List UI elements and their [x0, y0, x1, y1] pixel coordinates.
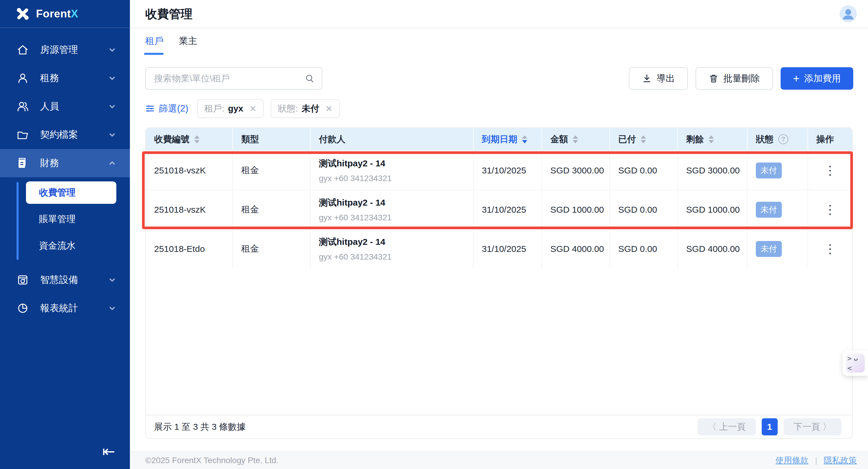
- cell-type: 租金: [232, 190, 310, 229]
- chevron-down-icon: [108, 276, 116, 284]
- submenu-item-cash-flow[interactable]: 資金流水: [26, 234, 116, 257]
- table-header-row: 收費編號 類型 付款人 到期日期 金額 已付 剩餘 狀態: [146, 128, 852, 150]
- cell-remaining: SGD 3000.00: [677, 151, 747, 190]
- download-icon: [642, 73, 652, 83]
- sidebar-item-people[interactable]: 人員: [0, 92, 130, 121]
- help-icon[interactable]: ?: [778, 134, 788, 144]
- page-header: 收費管理: [130, 0, 868, 28]
- pagination-summary: 展示 1 至 3 共 3 條數據: [154, 421, 246, 433]
- cell-actions: ⋮: [807, 190, 852, 229]
- sort-icon[interactable]: [709, 135, 714, 143]
- sidebar-item-contracts[interactable]: 契約檔案: [0, 121, 130, 149]
- chip-close-icon[interactable]: ✕: [325, 104, 333, 114]
- kebab-menu-icon[interactable]: ⋮: [824, 164, 836, 177]
- sort-icon[interactable]: [573, 135, 578, 143]
- cell-paid: SGD 0.00: [609, 151, 677, 190]
- column-header-due-date[interactable]: 到期日期: [473, 128, 541, 150]
- chevron-up-icon: [108, 159, 116, 167]
- add-fee-button[interactable]: + 添加費用: [781, 67, 853, 90]
- submenu-item-bill-management[interactable]: 賬單管理: [26, 208, 116, 230]
- pagination-bar: 展示 1 至 3 共 3 條數據 〈 上一頁 1 下一頁 〉: [146, 415, 852, 438]
- table-row[interactable]: 251018-Etdo 租金 测试hitpay2 - 14 gyx +60 34…: [146, 229, 852, 268]
- export-button[interactable]: 導出: [629, 67, 688, 90]
- column-header-paid[interactable]: 已付: [609, 128, 677, 150]
- cell-amount: SGD 4000.00: [541, 230, 609, 268]
- cell-payer: 测试hitpay2 - 14 gyx +60 341234321: [310, 190, 473, 229]
- sidebar-collapse-button[interactable]: ⇤: [102, 444, 115, 459]
- cell-paid: SGD 0.00: [609, 230, 677, 268]
- privacy-link[interactable]: 隱私政策: [824, 455, 857, 466]
- chevron-down-icon: [108, 102, 116, 111]
- assistant-face-icon: ＞ᴗ＜: [846, 354, 865, 373]
- sidebar-item-reports[interactable]: 報表統計: [0, 294, 130, 323]
- search-input[interactable]: [154, 73, 305, 83]
- tab-tenant[interactable]: 租戶: [145, 35, 163, 55]
- filter-chip-tenant[interactable]: 租戶: gyx ✕: [197, 99, 264, 118]
- kebab-menu-icon[interactable]: ⋮: [824, 243, 836, 255]
- brand-name: ForentX: [36, 8, 78, 20]
- home-icon: [17, 44, 29, 56]
- brand-logo[interactable]: ForentX: [0, 0, 130, 28]
- cell-fee-id: 251018-vszK: [146, 151, 232, 190]
- sidebar-item-finance[interactable]: 財務: [0, 149, 130, 177]
- column-header-amount[interactable]: 金額: [541, 128, 609, 150]
- plus-icon: +: [793, 73, 800, 84]
- column-header-remaining[interactable]: 剩餘: [677, 128, 747, 150]
- cell-status: 未付: [747, 151, 807, 190]
- tabs: 租戶 業主: [145, 35, 197, 55]
- people-icon: [17, 100, 29, 113]
- filter-chip-status[interactable]: 狀態: 未付 ✕: [271, 99, 340, 118]
- cell-fee-id: 251018-Etdo: [146, 230, 232, 268]
- chevron-down-icon: [108, 131, 116, 139]
- smart-device-icon: [17, 274, 29, 286]
- cell-due-date: 31/10/2025: [473, 190, 541, 229]
- sidebar-item-smart-devices[interactable]: 智慧設備: [0, 266, 130, 294]
- user-avatar[interactable]: [840, 5, 857, 23]
- finance-document-icon: [17, 157, 29, 169]
- sort-icon-active[interactable]: [522, 135, 527, 143]
- kebab-menu-icon[interactable]: ⋮: [824, 204, 836, 216]
- search-icon[interactable]: [305, 73, 315, 83]
- cell-status: 未付: [747, 230, 807, 268]
- footer-separator: |: [815, 456, 817, 465]
- filter-row: 篩選(2) 租戶: gyx ✕ 狀態: 未付 ✕: [145, 99, 340, 118]
- table-row[interactable]: 251018-vszK 租金 测试hitpay2 - 14 gyx +60 34…: [146, 190, 852, 229]
- sort-icon[interactable]: [641, 135, 646, 143]
- submenu-rail: [17, 182, 19, 260]
- cell-payer: 测试hitpay2 - 14 gyx +60 341234321: [310, 230, 473, 268]
- prev-page-button[interactable]: 〈 上一頁: [698, 418, 755, 435]
- finance-submenu: 收費管理 賬單管理 資金流水: [0, 177, 130, 266]
- sort-icon[interactable]: [194, 135, 199, 143]
- tab-landlord[interactable]: 業主: [179, 35, 197, 55]
- bulk-delete-button[interactable]: 批量刪除: [695, 67, 773, 90]
- avatar-person-icon: [840, 5, 857, 23]
- cell-payer: 测试hitpay2 - 14 gyx +60 341234321: [310, 151, 473, 190]
- search-box: [145, 67, 322, 90]
- next-page-button[interactable]: 下一頁 〉: [783, 418, 841, 435]
- column-header-fee-id[interactable]: 收費編號: [146, 128, 232, 150]
- cell-actions: ⋮: [807, 230, 852, 268]
- cell-type: 租金: [232, 151, 310, 190]
- cell-due-date: 31/10/2025: [473, 230, 541, 268]
- cell-due-date: 31/10/2025: [473, 151, 541, 190]
- sidebar: ForentX 房源管理 租務 人員 契約: [0, 0, 130, 469]
- terms-link[interactable]: 使用條款: [776, 455, 809, 466]
- sidebar-nav: 房源管理 租務 人員 契約檔案: [0, 28, 130, 323]
- copyright-text: ©2025 ForentX Technology Pte. Ltd.: [145, 456, 278, 465]
- trash-icon: [709, 73, 719, 83]
- cell-amount: SGD 1000.00: [541, 190, 609, 229]
- column-header-type: 類型: [232, 128, 310, 150]
- sidebar-item-tenancy[interactable]: 租務: [0, 64, 130, 92]
- table-row[interactable]: 251018-vszK 租金 测试hitpay2 - 14 gyx +60 34…: [146, 150, 852, 190]
- status-badge-unpaid: 未付: [756, 241, 782, 257]
- footer-links: 使用條款 | 隱私政策: [776, 455, 857, 466]
- current-page-button[interactable]: 1: [762, 418, 778, 435]
- submenu-item-fee-management[interactable]: 收費管理: [26, 181, 116, 204]
- cell-fee-id: 251018-vszK: [146, 190, 232, 229]
- chip-close-icon[interactable]: ✕: [249, 104, 256, 114]
- filter-icon: [145, 104, 155, 113]
- chevron-down-icon: [108, 304, 116, 312]
- sidebar-item-properties[interactable]: 房源管理: [0, 36, 130, 64]
- assistant-widget[interactable]: ＞ᴗ＜: [843, 350, 868, 376]
- filter-button[interactable]: 篩選(2): [145, 102, 190, 115]
